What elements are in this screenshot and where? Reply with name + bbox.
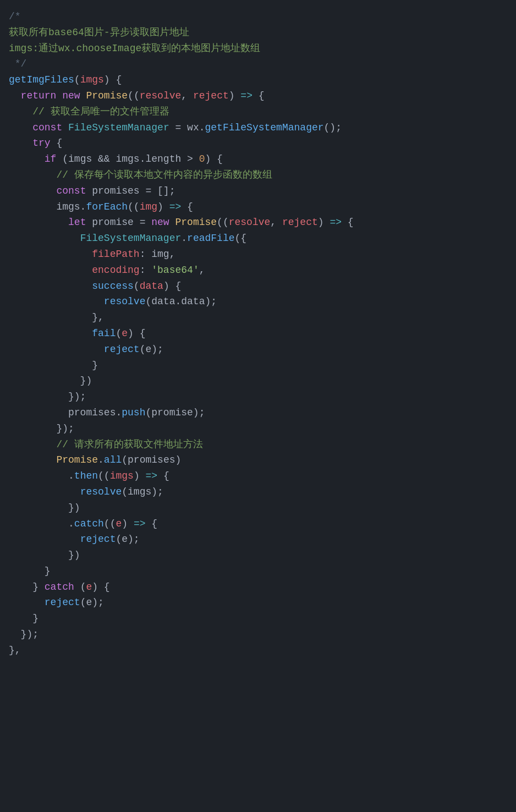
code-text: ): [122, 516, 134, 532]
code-text: resolve: [104, 294, 146, 310]
code-text: resolve: [140, 88, 182, 104]
code-text: (data.data);: [145, 294, 217, 310]
code-line: // 请求所有的获取文件地址方法: [9, 437, 516, 453]
code-line: Promise.all(promises): [9, 452, 516, 468]
code-text: try: [32, 135, 50, 151]
code-text: .: [98, 452, 104, 468]
code-text: [9, 120, 32, 136]
code-text: =>: [134, 516, 146, 532]
code-text: getImgFiles: [9, 72, 74, 88]
code-text: ((: [217, 215, 229, 231]
code-line: fail(e) {: [9, 326, 516, 342]
code-text: }): [9, 500, 80, 516]
code-text: encoding: [92, 262, 139, 278]
code-line: }): [9, 500, 516, 516]
code-text: ) {: [92, 579, 109, 595]
code-line: reject(e);: [9, 342, 516, 358]
code-text: {: [342, 215, 354, 231]
code-text: data: [140, 278, 163, 294]
code-text: {: [157, 468, 169, 484]
code-text: {: [252, 88, 265, 104]
code-text: (e);: [80, 595, 104, 611]
code-text: =>: [145, 468, 157, 484]
code-text: (promises): [122, 452, 181, 468]
code-line: }: [9, 563, 516, 579]
code-text: [9, 294, 104, 310]
code-text: imgs: [80, 72, 104, 88]
code-line: });: [9, 421, 516, 437]
code-text: filePath: [92, 246, 139, 262]
code-text: */: [9, 56, 26, 72]
code-text: });: [9, 421, 74, 437]
code-line: // 保存每个读取本地文件内容的异步函数的数组: [9, 167, 516, 183]
code-line: if (imgs && imgs.length > 0) {: [9, 151, 516, 167]
code-line: }: [9, 358, 516, 374]
code-text: }: [9, 563, 51, 579]
code-text: [9, 231, 80, 246]
code-text: ): [134, 468, 146, 484]
code-text: new: [151, 215, 169, 231]
code-text: :: [140, 262, 152, 278]
code-text: e: [86, 579, 92, 595]
code-text: [9, 484, 80, 500]
code-text: // 保存每个读取本地文件内容的异步函数的数组: [56, 167, 272, 183]
code-text: // 获取全局唯一的文件管理器: [32, 104, 169, 120]
code-text: all: [104, 452, 122, 468]
code-text: [9, 531, 80, 547]
code-text: [169, 215, 175, 231]
code-line: }): [9, 547, 516, 563]
code-line: resolve(imgs);: [9, 484, 516, 500]
code-line: FileSystemManager.readFile({: [9, 231, 516, 246]
code-text: forEach: [86, 199, 128, 215]
code-text: [9, 595, 45, 611]
code-text: =>: [169, 199, 182, 215]
code-text: reject: [80, 531, 116, 547]
code-text: (: [74, 579, 86, 595]
code-text: }): [9, 547, 80, 563]
code-text: wx.: [187, 120, 205, 136]
code-text: ((: [98, 468, 110, 484]
code-text: });: [9, 389, 86, 405]
code-text: (promise);: [145, 405, 205, 421]
code-text: const: [32, 120, 62, 136]
code-text: promises = [];: [86, 183, 175, 199]
code-line: encoding: 'base64',: [9, 262, 516, 278]
code-line: filePath: img,: [9, 246, 516, 262]
code-text: =>: [240, 88, 252, 104]
code-text: Promise: [175, 215, 217, 231]
code-text: ();: [324, 120, 342, 136]
code-text: ,: [199, 262, 205, 278]
code-text: push: [122, 405, 145, 421]
code-text: resolve: [80, 484, 122, 500]
code-line: /*: [9, 9, 516, 25]
code-text: fail: [92, 326, 116, 342]
code-text: img: [140, 199, 157, 215]
code-text: {: [181, 199, 193, 215]
code-text: ) {: [128, 326, 145, 342]
code-text: [9, 151, 45, 167]
code-text: // 请求所有的获取文件地址方法: [56, 437, 202, 453]
code-text: [9, 342, 104, 358]
code-text: ): [157, 199, 169, 215]
code-line: return new Promise((resolve, reject) => …: [9, 88, 516, 104]
code-text: ({: [235, 231, 247, 246]
code-text: success: [92, 278, 134, 294]
code-text: 获取所有base64图片-异步读取图片地址: [9, 25, 189, 41]
code-line: }: [9, 611, 516, 627]
code-text: (e);: [140, 342, 163, 358]
code-text: imgs:通过wx.chooseImage获取到的本地图片地址数组: [9, 41, 260, 57]
code-text: ((: [104, 516, 116, 532]
code-line: },: [9, 643, 516, 659]
code-text: /*: [9, 9, 21, 25]
code-text: (: [116, 326, 122, 342]
code-text: 'base64': [151, 262, 199, 278]
code-text: ) {: [205, 151, 222, 167]
code-text: ): [229, 88, 241, 104]
code-text: [9, 246, 92, 262]
code-text: },: [9, 643, 21, 659]
code-line: }): [9, 373, 516, 389]
code-text: });: [9, 627, 39, 643]
code-text: [9, 215, 68, 231]
code-line: reject(e);: [9, 595, 516, 611]
code-block: /* 获取所有base64图片-异步读取图片地址 imgs:通过wx.choos…: [9, 9, 516, 659]
